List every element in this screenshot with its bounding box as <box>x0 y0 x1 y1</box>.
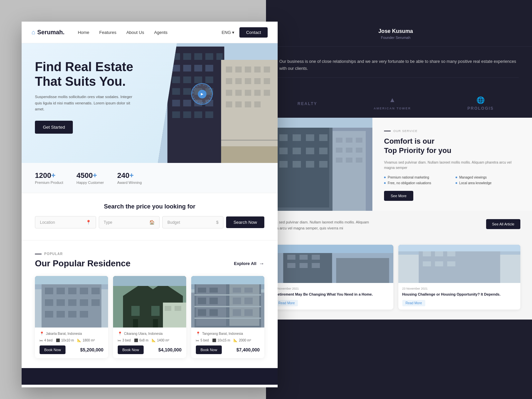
search-bar: Location 📍 Type 🏠 Budget $ Search Now <box>35 216 264 228</box>
video-badge[interactable]: ▶ WATCH VIDEO TESTIMONIAL <box>191 83 213 105</box>
see-more-button[interactable]: See More <box>384 191 413 201</box>
read-more-1-button[interactable]: Read More <box>275 300 298 306</box>
nav-about[interactable]: About Us <box>126 30 144 35</box>
svg-rect-42 <box>423 261 431 266</box>
book-now-1-button[interactable]: Book Now <box>40 345 66 354</box>
svg-rect-4 <box>293 134 301 141</box>
property-card-1-footer: Book Now $5,200,000 <box>40 345 103 354</box>
svg-rect-50 <box>194 53 202 60</box>
svg-rect-17 <box>346 138 352 143</box>
book-now-3-button[interactable]: Book Now <box>196 345 222 354</box>
nav-agents[interactable]: Agents <box>154 30 167 35</box>
svg-rect-131 <box>195 294 261 296</box>
svg-rect-132 <box>195 306 261 307</box>
svg-rect-119 <box>133 319 138 328</box>
dollar-icon: $ <box>216 220 218 225</box>
property-image-2 <box>113 276 186 328</box>
home-icon: 🏠 <box>149 220 155 225</box>
blog-card-1-image <box>271 245 393 283</box>
svg-rect-7 <box>279 148 288 154</box>
feature-2: Managed viewings <box>456 176 520 179</box>
nav-features[interactable]: Features <box>99 30 116 35</box>
svg-rect-18 <box>356 138 362 143</box>
svg-rect-117 <box>131 306 140 316</box>
hero-subtitle: Suspendisse mollis sollicitudin ores vit… <box>35 94 135 112</box>
property-specs-2: 🛏 3 bed ⬛ 6x8 m 📐 1400 m² <box>118 338 182 342</box>
location-pin-icon: 📍 <box>40 332 44 336</box>
svg-rect-136 <box>233 288 241 293</box>
svg-rect-137 <box>244 288 253 293</box>
service-desc: Vivamus sed pulvinar diam. Nullam laoree… <box>384 160 520 171</box>
svg-rect-21 <box>356 148 362 153</box>
service-tag: OUR SERVICE <box>384 129 520 133</box>
svg-rect-29 <box>287 255 296 260</box>
property-image-3 <box>191 276 264 328</box>
blog-title-1: Retirement May Be Changing What You Need… <box>275 292 389 297</box>
beds-spec: 🛏 4 bed <box>40 338 53 342</box>
svg-rect-142 <box>198 309 206 316</box>
svg-rect-122 <box>165 306 171 311</box>
testimonial-text: Our business is one of close relationshi… <box>273 58 519 72</box>
property-card-2-body: 📍 Cikarang Utara, Indonesia 🛏 3 bed ⬛ 6x… <box>113 328 186 358</box>
popular-tag-text: POPULAR <box>44 252 63 256</box>
type-field[interactable]: Type 🏠 <box>99 216 160 228</box>
svg-rect-146 <box>191 276 264 284</box>
dark-right-panel: Jose Kusuma Founder Serumah " Our busine… <box>259 22 532 387</box>
location-field[interactable]: Location 📍 <box>35 216 96 228</box>
service-title: Comfort is ourTop Priority for you <box>384 137 520 156</box>
svg-rect-113 <box>35 276 108 284</box>
svg-rect-12 <box>293 161 301 168</box>
svg-rect-112 <box>80 311 88 318</box>
svg-rect-93 <box>221 140 278 141</box>
svg-rect-45 <box>398 245 521 251</box>
property-card-3-footer: Book Now $7,400,000 <box>196 345 260 354</box>
stat-customer-label: Happy Customer <box>76 181 104 185</box>
testimonial-header: Jose Kusuma Founder Serumah <box>259 22 532 47</box>
service-section: OUR SERVICE Comfort is ourTop Priority f… <box>259 118 532 211</box>
property-location-1: 📍 Jakarta Barat, Indonesia <box>40 332 103 336</box>
svg-rect-107 <box>80 299 88 306</box>
main-website-card: ⌂ Serumah. Home Features About Us Agents… <box>22 22 278 387</box>
property-location-3: 📍 Tangerang Barat, Indonesia <box>196 332 260 336</box>
see-all-article-button[interactable]: See All Article <box>486 219 520 229</box>
svg-rect-51 <box>205 53 213 60</box>
svg-rect-144 <box>233 309 241 316</box>
popular-tag: POPULAR <box>35 252 264 256</box>
search-title: Search the price you looking for <box>35 203 264 210</box>
read-more-2-button[interactable]: Read More <box>402 300 425 306</box>
svg-rect-83 <box>264 78 270 84</box>
explore-all-link[interactable]: Explore All → <box>234 261 264 267</box>
blog-body-text2: rotra arcu vel magna semper, quis viverr… <box>271 225 479 231</box>
get-started-button[interactable]: Get Started <box>35 121 73 134</box>
nav-home[interactable]: Home <box>78 30 89 35</box>
section-header: Our Popular Residence Explore All → <box>35 258 264 269</box>
svg-rect-120 <box>153 319 158 328</box>
book-now-2-button[interactable]: Book Now <box>118 345 144 354</box>
blog-card-1: 2 November 2021 Retirement May Be Changi… <box>271 245 393 310</box>
svg-rect-49 <box>183 53 191 60</box>
svg-rect-44 <box>447 261 456 266</box>
property-card-2: 📍 Cikarang Utara, Indonesia 🛏 3 bed ⬛ 6x… <box>113 276 186 358</box>
popular-section: POPULAR Our Popular Residence Explore Al… <box>22 240 278 368</box>
arrow-icon: → <box>259 261 264 267</box>
svg-rect-11 <box>279 161 288 168</box>
stats-row: 1200+ Premium Product 4500+ Happy Custom… <box>22 163 278 193</box>
budget-field[interactable]: Budget $ <box>162 216 223 228</box>
service-tag-text: OUR SERVICE <box>393 129 418 133</box>
svg-rect-102 <box>80 288 88 294</box>
svg-rect-33 <box>300 263 308 268</box>
svg-rect-123 <box>175 306 181 311</box>
svg-rect-140 <box>233 298 241 304</box>
svg-rect-139 <box>209 298 218 304</box>
feature-4: Local area knowledge <box>456 181 520 185</box>
svg-rect-88 <box>264 90 270 96</box>
svg-rect-48 <box>172 53 180 60</box>
contact-button[interactable]: Contact <box>239 27 268 38</box>
search-now-button[interactable]: Search Now <box>226 216 264 228</box>
svg-rect-34 <box>312 263 320 268</box>
property-card-1: 📍 Jakarta Barat, Indonesia 🛏 4 bed ⬛ 10x… <box>35 276 108 358</box>
svg-rect-10 <box>319 148 328 154</box>
blog-body-text: mus sed pulvinar diam. Nullam laoreet mo… <box>271 219 479 225</box>
svg-rect-41 <box>447 251 456 256</box>
language-selector[interactable]: ENG ▾ <box>221 30 234 35</box>
